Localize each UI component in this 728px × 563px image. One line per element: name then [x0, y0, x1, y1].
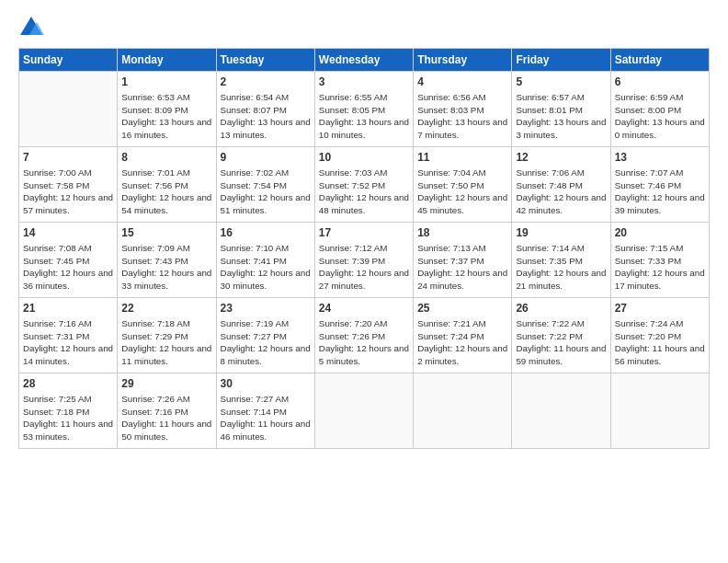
day-number: 13	[615, 150, 705, 166]
weekday-header-thursday: Thursday	[414, 49, 512, 72]
day-cell: 23Sunrise: 7:19 AMSunset: 7:27 PMDayligh…	[216, 298, 314, 373]
logo-icon	[18, 15, 44, 40]
day-number: 15	[121, 225, 211, 241]
day-number: 10	[319, 150, 409, 166]
day-info: Sunrise: 6:54 AMSunset: 8:07 PMDaylight:…	[221, 91, 311, 142]
day-info: Sunrise: 6:59 AMSunset: 8:00 PMDaylight:…	[615, 91, 705, 142]
day-info: Sunrise: 7:09 AMSunset: 7:43 PMDaylight:…	[121, 242, 211, 293]
day-cell: 20Sunrise: 7:15 AMSunset: 7:33 PMDayligh…	[610, 223, 709, 298]
weekday-header-friday: Friday	[512, 49, 610, 72]
day-cell: 11Sunrise: 7:04 AMSunset: 7:50 PMDayligh…	[414, 147, 512, 223]
day-cell: 18Sunrise: 7:13 AMSunset: 7:37 PMDayligh…	[414, 223, 512, 298]
day-info: Sunrise: 7:20 AMSunset: 7:26 PMDaylight:…	[319, 317, 409, 368]
day-number: 19	[516, 225, 606, 241]
day-number: 2	[221, 75, 311, 90]
day-number: 30	[221, 376, 311, 392]
day-number: 6	[615, 75, 705, 90]
day-number: 5	[516, 75, 606, 90]
day-cell: 25Sunrise: 7:21 AMSunset: 7:24 PMDayligh…	[414, 298, 512, 373]
day-cell	[610, 373, 709, 449]
day-number: 24	[319, 301, 409, 316]
day-info: Sunrise: 7:13 AMSunset: 7:37 PMDaylight:…	[417, 242, 507, 293]
day-number: 21	[23, 301, 113, 316]
day-cell	[512, 373, 610, 449]
day-cell	[414, 373, 512, 449]
weekday-header-tuesday: Tuesday	[216, 49, 314, 72]
week-row-1: 1Sunrise: 6:53 AMSunset: 8:09 PMDaylight…	[19, 72, 710, 147]
day-cell: 13Sunrise: 7:07 AMSunset: 7:46 PMDayligh…	[610, 147, 709, 223]
day-number: 20	[615, 225, 705, 241]
day-info: Sunrise: 6:53 AMSunset: 8:09 PMDaylight:…	[121, 91, 211, 142]
day-cell: 12Sunrise: 7:06 AMSunset: 7:48 PMDayligh…	[512, 147, 610, 223]
calendar-table: SundayMondayTuesdayWednesdayThursdayFrid…	[18, 48, 710, 449]
day-info: Sunrise: 7:03 AMSunset: 7:52 PMDaylight:…	[319, 167, 409, 217]
header	[18, 15, 710, 40]
day-number: 16	[221, 225, 311, 241]
day-cell: 27Sunrise: 7:24 AMSunset: 7:20 PMDayligh…	[610, 298, 709, 373]
day-number: 17	[319, 225, 409, 241]
day-info: Sunrise: 7:21 AMSunset: 7:24 PMDaylight:…	[417, 317, 507, 368]
day-cell: 22Sunrise: 7:18 AMSunset: 7:29 PMDayligh…	[118, 298, 216, 373]
day-info: Sunrise: 7:01 AMSunset: 7:56 PMDaylight:…	[121, 167, 211, 217]
day-info: Sunrise: 7:24 AMSunset: 7:20 PMDaylight:…	[615, 317, 705, 368]
day-number: 26	[516, 301, 606, 316]
week-row-3: 14Sunrise: 7:08 AMSunset: 7:45 PMDayligh…	[19, 223, 710, 298]
day-cell: 6Sunrise: 6:59 AMSunset: 8:00 PMDaylight…	[610, 72, 709, 147]
day-number: 14	[23, 225, 113, 241]
day-info: Sunrise: 7:15 AMSunset: 7:33 PMDaylight:…	[615, 242, 705, 293]
weekday-header-monday: Monday	[118, 49, 216, 72]
day-info: Sunrise: 7:25 AMSunset: 7:18 PMDaylight:…	[23, 393, 113, 443]
day-info: Sunrise: 7:22 AMSunset: 7:22 PMDaylight:…	[516, 317, 606, 368]
day-cell	[19, 72, 118, 147]
day-info: Sunrise: 7:18 AMSunset: 7:29 PMDaylight:…	[121, 317, 211, 368]
page: SundayMondayTuesdayWednesdayThursdayFrid…	[0, 0, 728, 563]
day-info: Sunrise: 7:07 AMSunset: 7:46 PMDaylight:…	[615, 167, 705, 217]
week-row-2: 7Sunrise: 7:00 AMSunset: 7:58 PMDaylight…	[19, 147, 710, 223]
day-number: 7	[23, 150, 113, 166]
weekday-header-sunday: Sunday	[19, 49, 118, 72]
day-number: 9	[221, 150, 311, 166]
day-info: Sunrise: 6:56 AMSunset: 8:03 PMDaylight:…	[417, 91, 507, 142]
day-number: 12	[516, 150, 606, 166]
day-info: Sunrise: 7:00 AMSunset: 7:58 PMDaylight:…	[23, 167, 113, 217]
day-cell: 1Sunrise: 6:53 AMSunset: 8:09 PMDaylight…	[118, 72, 216, 147]
day-cell: 26Sunrise: 7:22 AMSunset: 7:22 PMDayligh…	[512, 298, 610, 373]
logo	[18, 15, 48, 40]
day-cell: 21Sunrise: 7:16 AMSunset: 7:31 PMDayligh…	[19, 298, 118, 373]
day-number: 8	[121, 150, 211, 166]
weekday-header-saturday: Saturday	[610, 49, 709, 72]
day-cell: 3Sunrise: 6:55 AMSunset: 8:05 PMDaylight…	[314, 72, 413, 147]
day-info: Sunrise: 7:14 AMSunset: 7:35 PMDaylight:…	[516, 242, 606, 293]
day-number: 29	[121, 376, 211, 392]
day-cell: 29Sunrise: 7:26 AMSunset: 7:16 PMDayligh…	[118, 373, 216, 449]
day-cell: 2Sunrise: 6:54 AMSunset: 8:07 PMDaylight…	[216, 72, 314, 147]
day-info: Sunrise: 7:26 AMSunset: 7:16 PMDaylight:…	[121, 393, 211, 443]
day-cell: 8Sunrise: 7:01 AMSunset: 7:56 PMDaylight…	[118, 147, 216, 223]
week-row-4: 21Sunrise: 7:16 AMSunset: 7:31 PMDayligh…	[19, 298, 710, 373]
day-info: Sunrise: 7:27 AMSunset: 7:14 PMDaylight:…	[221, 393, 311, 443]
day-info: Sunrise: 7:19 AMSunset: 7:27 PMDaylight:…	[221, 317, 311, 368]
day-cell	[314, 373, 413, 449]
day-info: Sunrise: 6:55 AMSunset: 8:05 PMDaylight:…	[319, 91, 409, 142]
day-cell: 30Sunrise: 7:27 AMSunset: 7:14 PMDayligh…	[216, 373, 314, 449]
week-row-5: 28Sunrise: 7:25 AMSunset: 7:18 PMDayligh…	[19, 373, 710, 449]
day-info: Sunrise: 7:02 AMSunset: 7:54 PMDaylight:…	[221, 167, 311, 217]
day-info: Sunrise: 7:06 AMSunset: 7:48 PMDaylight:…	[516, 167, 606, 217]
day-number: 1	[121, 75, 211, 90]
day-info: Sunrise: 7:12 AMSunset: 7:39 PMDaylight:…	[319, 242, 409, 293]
day-number: 28	[23, 376, 113, 392]
day-number: 27	[615, 301, 705, 316]
day-cell: 5Sunrise: 6:57 AMSunset: 8:01 PMDaylight…	[512, 72, 610, 147]
day-cell: 7Sunrise: 7:00 AMSunset: 7:58 PMDaylight…	[19, 147, 118, 223]
day-number: 22	[121, 301, 211, 316]
day-info: Sunrise: 7:04 AMSunset: 7:50 PMDaylight:…	[417, 167, 507, 217]
day-number: 18	[417, 225, 507, 241]
day-info: Sunrise: 7:08 AMSunset: 7:45 PMDaylight:…	[23, 242, 113, 293]
day-number: 4	[417, 75, 507, 90]
day-info: Sunrise: 7:16 AMSunset: 7:31 PMDaylight:…	[23, 317, 113, 368]
day-cell: 14Sunrise: 7:08 AMSunset: 7:45 PMDayligh…	[19, 223, 118, 298]
day-cell: 10Sunrise: 7:03 AMSunset: 7:52 PMDayligh…	[314, 147, 413, 223]
day-info: Sunrise: 7:10 AMSunset: 7:41 PMDaylight:…	[221, 242, 311, 293]
day-cell: 19Sunrise: 7:14 AMSunset: 7:35 PMDayligh…	[512, 223, 610, 298]
day-cell: 28Sunrise: 7:25 AMSunset: 7:18 PMDayligh…	[19, 373, 118, 449]
